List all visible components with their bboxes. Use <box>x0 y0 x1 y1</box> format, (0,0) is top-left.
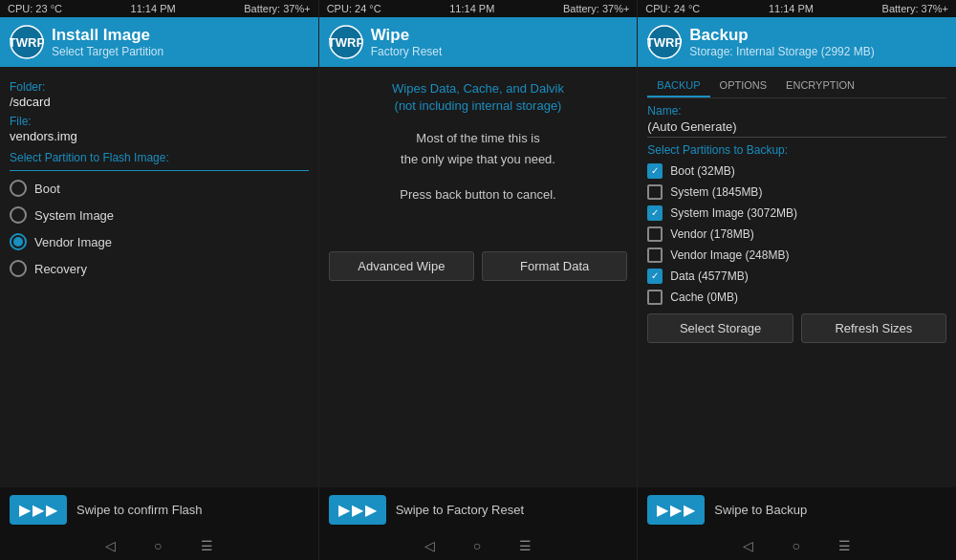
svg-text:TWRP: TWRP <box>647 35 682 50</box>
checkbox-vendorimage[interactable] <box>647 248 663 263</box>
partition-vendorimage[interactable]: Vendor Image (248MB) <box>647 245 946 266</box>
arrow2-wipe: ▶ <box>352 501 363 519</box>
radio-recovery[interactable] <box>10 260 27 277</box>
partition-boot[interactable]: ✓ Boot (32MB) <box>647 161 946 182</box>
wipe-spacer <box>329 171 628 184</box>
partition-data-label: Data (4577MB) <box>670 269 748 283</box>
name-value: (Auto Generate) <box>647 119 946 138</box>
menu-icon-wipe[interactable]: ☰ <box>519 538 532 553</box>
format-data-button[interactable]: Format Data <box>482 251 627 281</box>
svg-text:TWRP: TWRP <box>329 35 363 50</box>
radio-vendor-inner <box>13 237 23 247</box>
file-label: File: <box>10 115 309 128</box>
arrow1: ▶ <box>19 501 31 519</box>
wipe-body-line2: the only wipe that you need. <box>329 149 628 170</box>
tabs: BACKUP OPTIONS ENCRYPTION <box>647 75 946 98</box>
divider <box>10 170 309 171</box>
home-icon[interactable]: ○ <box>154 538 162 553</box>
battery-backup: Battery: 37%+ <box>882 3 948 14</box>
nav-bar-backup: ◁ ○ ☰ <box>638 531 956 560</box>
bottom-bar-install: ▶ ▶ ▶ Swipe to confirm Flash <box>0 487 318 531</box>
checkbox-systemimage[interactable]: ✓ <box>647 205 663 221</box>
screen-wipe: CPU: 24 °C 11:14 PM Battery: 37%+ TWRP W… <box>319 0 639 560</box>
partition-cache-label: Cache (0MB) <box>670 291 738 304</box>
partition-recovery[interactable]: Recovery <box>10 255 309 282</box>
bottom-bar-wipe: ▶ ▶ ▶ Swipe to Factory Reset <box>319 487 638 531</box>
status-bar-install: CPU: 23 °C 11:14 PM Battery: 37%+ <box>0 0 318 17</box>
cpu-temp: CPU: 23 °C <box>8 3 62 14</box>
partition-system[interactable]: System Image <box>10 202 309 228</box>
checkbox-boot[interactable]: ✓ <box>647 163 663 179</box>
wipe-body-line1: Most of the time this is <box>329 128 628 149</box>
partition-cache[interactable]: Cache (0MB) <box>647 287 946 308</box>
twrp-logo-backup: TWRP <box>647 25 682 59</box>
backup-partition-list: ✓ Boot (32MB) System (1845MB) ✓ System I… <box>647 161 946 308</box>
partition-vendor-label: Vendor (178MB) <box>670 227 753 241</box>
arrow3: ▶ <box>46 501 57 519</box>
radio-vendor[interactable] <box>10 233 27 250</box>
content-wipe: Wipes Data, Cache, and Dalvik (not inclu… <box>319 67 638 487</box>
tab-backup[interactable]: BACKUP <box>647 75 709 97</box>
swipe-label-install: Swipe to confirm Flash <box>76 503 203 517</box>
arrow2: ▶ <box>33 501 44 519</box>
time-backup: 11:14 PM <box>769 3 814 14</box>
swipe-arrows-install[interactable]: ▶ ▶ ▶ <box>10 495 67 525</box>
content-install: Folder: /sdcard File: vendors.img Select… <box>0 67 318 487</box>
bottom-bar-backup: ▶ ▶ ▶ Swipe to Backup <box>638 487 956 531</box>
tab-options[interactable]: OPTIONS <box>710 75 777 97</box>
select-storage-button[interactable]: Select Storage <box>647 313 793 343</box>
back-icon-backup[interactable]: ◁ <box>743 538 753 553</box>
time-wipe: 11:14 PM <box>449 3 494 14</box>
name-label: Name: <box>647 104 946 118</box>
refresh-sizes-button[interactable]: Refresh Sizes <box>801 313 946 343</box>
header-backup: TWRP Backup Storage: Internal Storage (2… <box>638 17 956 67</box>
content-backup: BACKUP OPTIONS ENCRYPTION Name: (Auto Ge… <box>638 67 956 487</box>
nav-bar-wipe: ◁ ○ ☰ <box>319 531 638 560</box>
radio-system[interactable] <box>10 206 27 224</box>
header-title: Install Image <box>52 26 163 45</box>
back-icon[interactable]: ◁ <box>105 538 116 553</box>
radio-boot[interactable] <box>10 180 27 197</box>
partition-list: Boot System Image Vendor Image Recovery <box>10 175 309 282</box>
folder-label: Folder: <box>10 80 309 94</box>
partition-vendor[interactable]: Vendor Image <box>10 228 309 255</box>
back-icon-wipe[interactable]: ◁ <box>424 538 435 553</box>
tab-encryption[interactable]: ENCRYPTION <box>776 75 864 97</box>
battery-wipe: Battery: 37%+ <box>563 3 629 14</box>
menu-icon[interactable]: ☰ <box>201 538 213 553</box>
wipe-body-line4: Press back button to cancel. <box>329 184 628 205</box>
partition-system[interactable]: System (1845MB) <box>647 182 946 203</box>
header-text-backup: Backup Storage: Internal Storage (2992 M… <box>689 26 874 58</box>
checkbox-cache[interactable] <box>647 290 663 305</box>
checkbox-vendor[interactable] <box>647 226 663 242</box>
arrow1-wipe: ▶ <box>338 501 350 519</box>
swipe-arrows-wipe[interactable]: ▶ ▶ ▶ <box>329 495 386 525</box>
header-install: TWRP Install Image Select Target Partiti… <box>0 17 318 67</box>
wipe-info: Wipes Data, Cache, and Dalvik (not inclu… <box>329 80 628 115</box>
checkbox-system[interactable] <box>647 184 663 200</box>
partition-vendorimage-label: Vendor Image (248MB) <box>670 248 789 262</box>
arrow2-backup: ▶ <box>670 501 682 519</box>
partition-boot[interactable]: Boot <box>10 175 309 202</box>
home-icon-backup[interactable]: ○ <box>792 538 799 553</box>
checkbox-data[interactable]: ✓ <box>647 269 663 284</box>
file-value: vendors.img <box>10 129 309 143</box>
time: 11:14 PM <box>131 3 176 14</box>
partition-systemimage-label: System Image (3072MB) <box>670 206 797 220</box>
header-text: Install Image Select Target Partition <box>52 26 163 58</box>
partition-vendor[interactable]: Vendor (178MB) <box>647 224 946 245</box>
partition-systemimage[interactable]: ✓ System Image (3072MB) <box>647 203 946 224</box>
folder-value: /sdcard <box>10 95 309 109</box>
home-icon-wipe[interactable]: ○ <box>473 538 481 553</box>
screen-install: CPU: 23 °C 11:14 PM Battery: 37%+ TWRP I… <box>0 0 319 560</box>
cpu-temp-backup: CPU: 24 °C <box>645 3 700 14</box>
swipe-arrows-backup[interactable]: ▶ ▶ ▶ <box>647 495 705 525</box>
advanced-wipe-button[interactable]: Advanced Wipe <box>329 251 474 281</box>
status-bar-wipe: CPU: 24 °C 11:14 PM Battery: 37%+ <box>319 0 638 17</box>
header-subtitle-wipe: Factory Reset <box>371 45 443 58</box>
battery: Battery: 37%+ <box>244 3 310 14</box>
menu-icon-backup[interactable]: ☰ <box>838 538 851 553</box>
twrp-logo: TWRP <box>10 25 44 59</box>
cpu-temp-wipe: CPU: 24 °C <box>327 3 381 14</box>
partition-data[interactable]: ✓ Data (4577MB) <box>647 266 946 287</box>
